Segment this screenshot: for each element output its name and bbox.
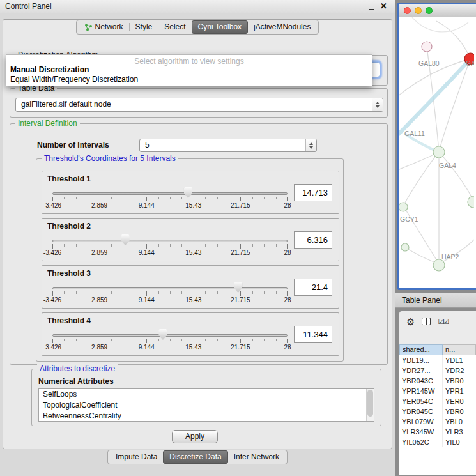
threshold-1-box: Threshold 1 -3.426 2.859 9.144 15.43 <box>42 171 339 214</box>
threshold-title: Threshold 1 <box>47 174 91 183</box>
network-edges <box>399 17 474 264</box>
table-row[interactable]: YER054CYER0 <box>399 396 476 406</box>
list-item[interactable]: BetweennessCentrality <box>39 411 374 422</box>
cell-shared-name[interactable]: YBR043C <box>399 376 443 386</box>
tick-labels: -3.426 2.859 9.144 15.43 21.715 28 <box>52 344 288 351</box>
threshold-value-field[interactable]: 14.713 <box>294 184 332 201</box>
threshold-value-field[interactable]: 6.316 <box>294 231 332 249</box>
node-labels: GAL80 GA GAL11 GAL4 GCY1 HAP2 <box>400 59 474 261</box>
slider-ticks <box>52 197 288 201</box>
cell-shared-name[interactable]: YBR045C <box>399 406 443 417</box>
table-row[interactable]: YBR043CYBR0 <box>399 376 476 386</box>
cell-name[interactable]: YBL0 <box>443 417 476 427</box>
close-icon[interactable]: ✕ <box>380 1 387 11</box>
cell-name[interactable]: YIL0 <box>443 437 476 447</box>
titlebar[interactable]: Control Panel ✕ <box>0 0 395 13</box>
apply-button[interactable]: Apply <box>172 430 218 443</box>
group-legend: Interval Definition <box>15 119 80 128</box>
table-header-shared-name[interactable]: shared... <box>399 344 443 355</box>
tab-label: Network <box>95 20 123 34</box>
cyni-toolbox-panel: Discretization Algorithm Select algorith… <box>3 19 392 449</box>
slider-track[interactable] <box>52 192 288 195</box>
network-node[interactable] <box>401 243 409 251</box>
gear-icon[interactable]: ⚙ <box>406 317 415 326</box>
toolbox-tab-bar: Network Style Select Cyni Toolbox jActiv… <box>0 20 395 35</box>
traffic-light-close-icon[interactable] <box>404 7 411 14</box>
cell-name[interactable]: YBR0 <box>443 406 476 417</box>
slider-ticks <box>52 244 288 249</box>
table-header-name[interactable]: n... <box>443 344 476 355</box>
cell-shared-name[interactable]: YDR27... <box>399 365 443 376</box>
cell-name[interactable]: YDR2 <box>443 365 476 376</box>
table-panel-title: Table Panel <box>402 296 442 305</box>
network-node[interactable] <box>399 203 408 211</box>
network-node[interactable] <box>433 146 445 158</box>
traffic-light-minimize-icon[interactable] <box>415 7 422 14</box>
table-row[interactable]: YLR345WYLR3 <box>399 427 476 437</box>
network-canvas[interactable]: GAL80 GA GAL11 GAL4 GCY1 HAP2 <box>399 17 476 288</box>
table-toolbar: ⚙ ☑☑ <box>399 311 476 332</box>
list-scrollbar[interactable] <box>366 389 374 421</box>
scrollbar-thumb[interactable] <box>367 390 373 417</box>
cell-shared-name[interactable]: YBL079W <box>399 417 443 427</box>
network-node[interactable] <box>422 42 432 52</box>
slider-track[interactable] <box>52 240 288 242</box>
bottom-tab-discretize-data[interactable]: Discretize Data <box>163 450 227 464</box>
cell-name[interactable]: YPR1 <box>443 386 476 396</box>
node-label-gal11: GAL11 <box>404 130 425 137</box>
network-node[interactable] <box>433 259 445 271</box>
network-node[interactable] <box>468 196 474 208</box>
dropdown-option-manual-discretization[interactable]: Manual Discretization <box>6 65 372 75</box>
columns-icon[interactable] <box>422 318 431 325</box>
thresholds-group: Threshold's Coordinates for 5 Intervals … <box>36 158 344 362</box>
cell-shared-name[interactable]: YER054C <box>399 396 443 406</box>
bottom-tab-impute-data[interactable]: Impute Data <box>110 450 163 464</box>
control-panel-window: Control Panel ✕ Network Style Select Cyn… <box>0 0 395 476</box>
list-item[interactable]: SelfLoops <box>39 389 374 400</box>
float-window-icon[interactable] <box>369 4 374 10</box>
tab-jactivemnodules[interactable]: jActiveMNodules <box>248 20 316 34</box>
table-row[interactable]: YPR145WYPR1 <box>399 386 476 396</box>
cell-name[interactable]: YLR3 <box>443 427 476 437</box>
number-of-intervals-combo[interactable]: 5 <box>139 139 317 152</box>
numerical-attributes-label: Numerical Attributes <box>38 377 114 386</box>
cell-name[interactable]: YBR0 <box>443 376 476 386</box>
table-row[interactable]: YBL079WYBL0 <box>399 417 476 427</box>
table-row[interactable]: YIL052CYIL0 <box>399 437 476 447</box>
table-data-combo[interactable]: galFiltered.sif default node <box>15 98 383 112</box>
cell-name[interactable]: YDL1 <box>443 355 476 365</box>
traffic-light-zoom-icon[interactable] <box>426 7 433 14</box>
table-panel-header[interactable]: Table Panel <box>395 293 476 308</box>
network-view-window[interactable]: GAL80 GA GAL11 GAL4 GCY1 HAP2 <box>397 3 476 290</box>
combo-value: 5 <box>140 139 316 151</box>
bottom-tab-infer-network[interactable]: Infer Network <box>228 450 285 464</box>
tab-select[interactable]: Select <box>158 20 191 34</box>
slider-track[interactable] <box>52 287 288 289</box>
threshold-value-field[interactable]: 21.4 <box>294 279 332 296</box>
cell-shared-name[interactable]: YPR145W <box>399 386 443 396</box>
tab-cyni-toolbox[interactable]: Cyni Toolbox <box>192 20 248 34</box>
table-row[interactable]: YDR27...YDR2 <box>399 365 476 376</box>
tab-network[interactable]: Network <box>79 20 129 34</box>
node-label-gal80: GAL80 <box>418 59 440 67</box>
cell-shared-name[interactable]: YLR345W <box>399 427 443 437</box>
attributes-list[interactable]: SelfLoops TopologicalCoefficient Between… <box>38 388 374 422</box>
select-checkboxes-icon[interactable]: ☑☑ <box>438 318 448 326</box>
cell-shared-name[interactable]: YIL052C <box>399 437 443 447</box>
tab-style[interactable]: Style <box>130 20 158 34</box>
algorithm-dropdown-popup: Select algorithm to view settings Manual… <box>6 54 372 86</box>
window-title: Control Panel <box>5 2 52 11</box>
threshold-title: Threshold 4 <box>47 316 91 325</box>
dropdown-prompt-option[interactable]: Select algorithm to view settings <box>6 55 372 65</box>
node-label-partial: GA <box>466 59 474 67</box>
slider-track[interactable] <box>52 334 288 337</box>
table-row[interactable]: YBR045CYBR0 <box>399 406 476 417</box>
list-item[interactable]: TopologicalCoefficient <box>39 400 374 411</box>
cell-shared-name[interactable]: YDL19... <box>399 355 443 365</box>
table-data-group: Table Data galFiltered.sif default node <box>10 88 388 118</box>
cell-name[interactable]: YER0 <box>443 396 476 406</box>
threshold-value-field[interactable]: 11.344 <box>294 326 332 343</box>
table-row[interactable]: YDL19...YDL1 <box>399 355 476 365</box>
threshold-title: Threshold 3 <box>47 269 91 278</box>
dropdown-option-equal-width[interactable]: Equal Width/Frequency Discretization <box>6 75 372 84</box>
